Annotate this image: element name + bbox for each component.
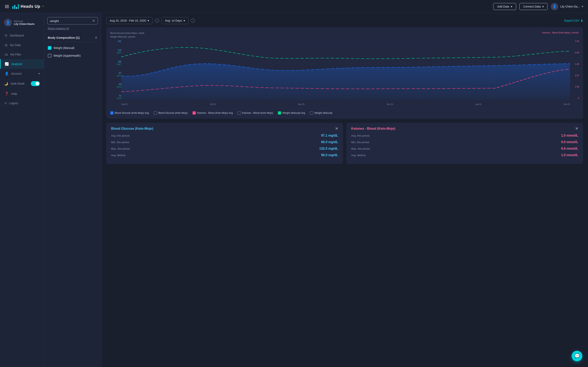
weight-apple-checkbox[interactable] bbox=[48, 54, 52, 58]
glucose-area bbox=[121, 64, 570, 100]
legend-label-ketones-avg: Ketones - Blood (Keto-Mojo) Avg bbox=[197, 111, 233, 114]
search-box[interactable]: ✕ bbox=[47, 17, 98, 25]
body-composition-title: Body Composition (1) bbox=[48, 36, 80, 39]
logo-bar-1 bbox=[12, 6, 13, 9]
legend-item-weight[interactable]: Weight (Manual) bbox=[310, 111, 332, 115]
sidebar-user: 👤 Welcome Lily Chien-Davis bbox=[0, 16, 44, 31]
logo-bar-4 bbox=[18, 4, 19, 9]
sidebar-item-dashboard[interactable]: ⊙ Dashboard bbox=[0, 31, 44, 40]
app-body: 👤 Welcome Lily Chien-Davis ⊙ Dashboard ◎… bbox=[0, 13, 588, 367]
stats-close-ketones[interactable]: ✕ bbox=[575, 126, 578, 131]
y-left-2: 123 128.1 bbox=[110, 49, 121, 54]
weight-manual-label: Weight (Manual) bbox=[53, 46, 74, 50]
my-data-icon: ◎ bbox=[5, 43, 8, 47]
y-right-2: 5.94 bbox=[570, 52, 579, 54]
logo-text: Heads Up bbox=[21, 4, 40, 9]
legend-item-ketones[interactable]: Ketones - Blood (Keto-Mojo) bbox=[238, 111, 273, 115]
sidebar-item-analyzer[interactable]: 📈 Analyzer bbox=[0, 59, 44, 69]
date-info-icon[interactable]: i bbox=[155, 18, 159, 23]
add-data-chevron-icon: ▾ bbox=[511, 5, 512, 8]
chart-area: 141 123 128.1 105 126.7 87 125.3 bbox=[110, 40, 579, 105]
legend-label-weight-avg: Weight (Manual) Avg bbox=[282, 111, 305, 114]
logo-bar-2 bbox=[14, 5, 15, 9]
sidebar: 👤 Welcome Lily Chien-Davis ⊙ Dashboard ◎… bbox=[0, 13, 44, 367]
legend-check-bg-avg[interactable]: ✓ bbox=[110, 111, 113, 115]
user-avatar: 👤 bbox=[551, 3, 558, 10]
search-panel: ✕ Reset markers (3) Body Composition (1)… bbox=[44, 13, 101, 367]
avg-info-icon[interactable]: i bbox=[191, 18, 195, 23]
sidebar-item-account[interactable]: 👤 Account ▾ bbox=[0, 69, 44, 78]
logo-tm: ™ bbox=[42, 5, 44, 8]
legend-item-bg[interactable]: Blood Glucose (Keto-Mojo) bbox=[154, 111, 188, 115]
legend-check-ketones[interactable] bbox=[238, 111, 241, 115]
export-csv-label: Export CSV bbox=[564, 19, 579, 22]
legend-check-weight-avg[interactable]: ✓ bbox=[278, 111, 281, 115]
analyzer-icon: 📈 bbox=[5, 62, 9, 66]
stats-value-avg-lifetime-ketones: 1.0 mmol/L bbox=[561, 153, 578, 157]
legend-item-ketones-avg[interactable]: ✓ Ketones - Blood (Keto-Mojo) Avg bbox=[192, 111, 233, 115]
sidebar-item-logout[interactable]: ⎋ Logout bbox=[0, 99, 44, 108]
legend-label-weight: Weight (Manual) bbox=[314, 111, 332, 114]
legend-check-bg[interactable] bbox=[154, 111, 157, 115]
chart-header: Blood Glucose (Keto-Mojo), mg/dL Weight … bbox=[110, 31, 579, 39]
export-download-icon: ⬇ bbox=[580, 19, 583, 23]
connect-data-button[interactable]: Connect Data ▾ bbox=[519, 3, 548, 10]
sidebar-item-my-files[interactable]: 🗂 My Files bbox=[0, 50, 44, 59]
y-left-5: 69 123.9 bbox=[110, 83, 121, 88]
stats-card-ketones: Ketones - Blood (Keto-Mojo) ✕ Avg. this … bbox=[346, 123, 583, 164]
stats-value-avg-lifetime-glucose: 96.0 mg/dL bbox=[321, 153, 338, 157]
y-axis-right: 7.42 5.94 4.46 2.97 1.48 0 bbox=[570, 40, 579, 99]
stats-row-min-period-ketones: Min. this period 0.0 mmol/L bbox=[351, 140, 578, 144]
stats-label-min-period: Min. this period bbox=[111, 141, 129, 144]
avg-label: Avg: 14 Days bbox=[165, 19, 182, 22]
legend-item-weight-avg[interactable]: ✓ Weight (Manual) Avg bbox=[278, 111, 305, 115]
stats-title-glucose: Blood Glucose (Keto-Mojo) ✕ bbox=[111, 127, 338, 131]
stats-card-glucose: Blood Glucose (Keto-Mojo) ✕ Avg. this pe… bbox=[106, 123, 343, 164]
search-input[interactable] bbox=[50, 19, 90, 23]
reset-markers-link[interactable]: Reset markers (3) bbox=[47, 27, 98, 30]
y-right-6: 0 bbox=[570, 97, 579, 99]
stats-row-min-period-glucose: Min. this period 60.0 mg/dL bbox=[111, 140, 338, 144]
stats-label-max-period-k: Max. this period bbox=[351, 147, 370, 150]
main-area: ✕ Reset markers (3) Body Composition (1)… bbox=[44, 13, 588, 367]
export-csv-button[interactable]: Export CSV ⬇ bbox=[564, 19, 583, 23]
legend-check-weight[interactable] bbox=[310, 111, 313, 115]
y-left-6: 51 122.5 bbox=[110, 95, 121, 99]
dark-mode-toggle[interactable] bbox=[31, 81, 40, 86]
avg-period-selector[interactable]: Avg: 14 Days ▾ bbox=[162, 17, 189, 24]
marker-weight-apple[interactable]: Weight (AppleHealth) bbox=[47, 52, 98, 59]
chat-icon: 💬 bbox=[574, 353, 580, 359]
weight-manual-checkbox[interactable] bbox=[48, 46, 52, 50]
sidebar-item-my-data[interactable]: ◎ My Data bbox=[0, 40, 44, 50]
marker-weight-manual[interactable]: Weight (Manual) bbox=[47, 44, 98, 52]
search-clear-icon[interactable]: ✕ bbox=[92, 19, 95, 23]
sidebar-username: Lily Chien-Davis bbox=[14, 22, 35, 25]
user-menu[interactable]: 👤 Lily Chien-Da... ▾ bbox=[551, 3, 583, 10]
stats-label-avg-period: Avg. this period bbox=[111, 134, 129, 137]
x-label-sep: Sep 01 bbox=[121, 103, 128, 105]
add-data-button[interactable]: Add Data ▾ bbox=[493, 3, 516, 10]
logout-icon: ⎋ bbox=[5, 101, 7, 105]
sidebar-item-help[interactable]: ❓ Help bbox=[0, 89, 44, 99]
chart-card: Blood Glucose (Keto-Mojo), mg/dL Weight … bbox=[106, 27, 583, 119]
add-data-label: Add Data bbox=[497, 5, 509, 8]
chat-button[interactable]: 💬 bbox=[572, 351, 582, 361]
body-composition-category: Body Composition (1) ∧ bbox=[47, 33, 98, 42]
legend-label-bg: Blood Glucose (Keto-Mojo) bbox=[158, 111, 188, 114]
logo-bar-3 bbox=[16, 7, 17, 9]
collapse-button[interactable]: ∧ bbox=[95, 35, 97, 40]
weight-apple-label: Weight (AppleHealth) bbox=[53, 54, 81, 57]
logo-bars-icon bbox=[12, 4, 19, 9]
stats-row-avg-period-ketones: Avg. this period 1.0 mmol/L bbox=[351, 134, 578, 137]
chart-left-labels: Blood Glucose (Keto-Mojo), mg/dL Weight … bbox=[110, 31, 145, 39]
help-icon: ❓ bbox=[5, 92, 9, 96]
chart-svg bbox=[121, 40, 570, 100]
stats-close-glucose[interactable]: ✕ bbox=[335, 126, 338, 131]
legend-check-ketones-avg[interactable]: ✓ bbox=[192, 111, 196, 115]
hamburger-button[interactable] bbox=[5, 5, 9, 8]
legend-item-bg-avg[interactable]: ✓ Blood Glucose (Keto-Mojo) Avg bbox=[110, 111, 149, 115]
sidebar-item-label: Logout bbox=[9, 101, 18, 105]
date-range-selector[interactable]: Aug 10, 2019 - Feb 10, 2020 ▾ bbox=[106, 17, 153, 24]
navbar: Heads Up ™ Add Data ▾ Connect Data ▾ 👤 L… bbox=[0, 0, 588, 13]
date-range-chevron-icon: ▾ bbox=[148, 19, 149, 22]
